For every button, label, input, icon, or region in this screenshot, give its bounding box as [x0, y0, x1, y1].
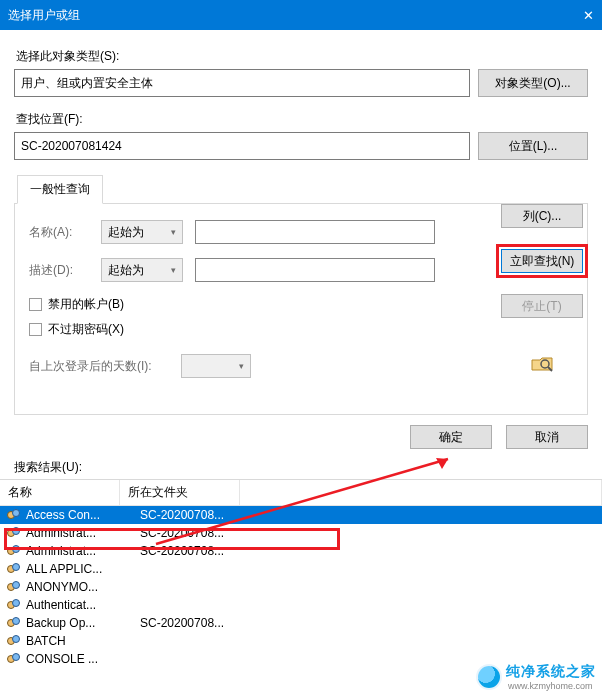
col-spacer	[240, 480, 602, 506]
checkbox-icon	[29, 298, 42, 311]
cell-name: ALL APPLIC...	[24, 562, 138, 576]
cell-folder: SC-20200708...	[138, 508, 252, 522]
watermark-url: www.kzmyhome.com	[508, 681, 596, 691]
cell-name: CONSOLE ...	[24, 652, 138, 666]
user-group-icon	[6, 598, 22, 612]
stop-button[interactable]: 停止(T)	[501, 294, 583, 318]
table-row[interactable]: Administrat...SC-20200708...	[0, 542, 602, 560]
cell-name: Administrat...	[24, 526, 138, 540]
table-row[interactable]: Authenticat...	[0, 596, 602, 614]
col-name[interactable]: 名称	[0, 480, 120, 506]
cell-folder: SC-20200708...	[138, 616, 252, 630]
desc-input[interactable]	[195, 258, 435, 282]
days-select[interactable]: ▾	[181, 354, 251, 378]
ok-button[interactable]: 确定	[410, 425, 492, 449]
chevron-down-icon: ▾	[171, 265, 176, 275]
table-row[interactable]: Access Con...SC-20200708...	[0, 506, 602, 524]
table-row[interactable]: ANONYMO...	[0, 578, 602, 596]
watermark-brand: 纯净系统之家	[506, 663, 596, 681]
title-bar: 选择用户或组 ✕	[0, 0, 602, 30]
name-op-select[interactable]: 起始为▾	[101, 220, 183, 244]
logo-icon	[478, 666, 500, 688]
cell-name: Access Con...	[24, 508, 138, 522]
user-group-icon	[6, 526, 22, 540]
desc-label: 描述(D):	[29, 262, 89, 279]
cell-folder: SC-20200708...	[138, 544, 252, 558]
desc-op-select[interactable]: 起始为▾	[101, 258, 183, 282]
table-row[interactable]: ALL APPLIC...	[0, 560, 602, 578]
user-group-icon	[6, 652, 22, 666]
table-row[interactable]: Backup Op...SC-20200708...	[0, 614, 602, 632]
user-group-icon	[6, 562, 22, 576]
tab-general-query[interactable]: 一般性查询	[17, 175, 103, 204]
table-row[interactable]: BATCH	[0, 632, 602, 650]
locations-button[interactable]: 位置(L)...	[478, 132, 588, 160]
days-label: 自上次登录后的天数(I):	[29, 358, 169, 375]
cell-name: Administrat...	[24, 544, 138, 558]
checkbox-icon	[29, 323, 42, 336]
cancel-button[interactable]: 取消	[506, 425, 588, 449]
location-field: SC-202007081424	[14, 132, 470, 160]
col-folder[interactable]: 所在文件夹	[120, 480, 240, 506]
chevron-down-icon: ▾	[239, 361, 244, 371]
results-label: 搜索结果(U):	[0, 459, 602, 476]
results-list: 名称 所在文件夹 Access Con...SC-20200708...Admi…	[0, 479, 602, 668]
user-group-icon	[6, 544, 22, 558]
object-types-button[interactable]: 对象类型(O)...	[478, 69, 588, 97]
cell-name: BATCH	[24, 634, 138, 648]
search-folder-icon	[527, 352, 557, 376]
window-title: 选择用户或组	[8, 7, 564, 24]
chevron-down-icon: ▾	[171, 227, 176, 237]
highlight-find-now: 立即查找(N)	[496, 244, 588, 278]
object-type-value: 用户、组或内置安全主体	[21, 75, 153, 92]
user-group-icon	[6, 508, 22, 522]
object-type-field: 用户、组或内置安全主体	[14, 69, 470, 97]
find-now-button[interactable]: 立即查找(N)	[501, 249, 583, 273]
no-expire-checkbox[interactable]: 不过期密码(X)	[29, 321, 575, 338]
disabled-accounts-checkbox[interactable]: 禁用的帐户(B)	[29, 296, 575, 313]
location-label: 查找位置(F):	[16, 111, 588, 128]
cell-name: ANONYMO...	[24, 580, 138, 594]
name-label: 名称(A):	[29, 224, 89, 241]
location-value: SC-202007081424	[21, 139, 122, 153]
user-group-icon	[6, 580, 22, 594]
cell-name: Backup Op...	[24, 616, 138, 630]
cell-name: Authenticat...	[24, 598, 138, 612]
watermark: 纯净系统之家 www.kzmyhome.com	[478, 663, 596, 691]
columns-button[interactable]: 列(C)...	[501, 204, 583, 228]
name-input[interactable]	[195, 220, 435, 244]
close-icon[interactable]: ✕	[564, 8, 594, 23]
table-row[interactable]: Administrat...SC-20200708...	[0, 524, 602, 542]
user-group-icon	[6, 616, 22, 630]
object-type-label: 选择此对象类型(S):	[16, 48, 588, 65]
header-row: 名称 所在文件夹	[0, 480, 602, 506]
user-group-icon	[6, 634, 22, 648]
cell-folder: SC-20200708...	[138, 526, 252, 540]
